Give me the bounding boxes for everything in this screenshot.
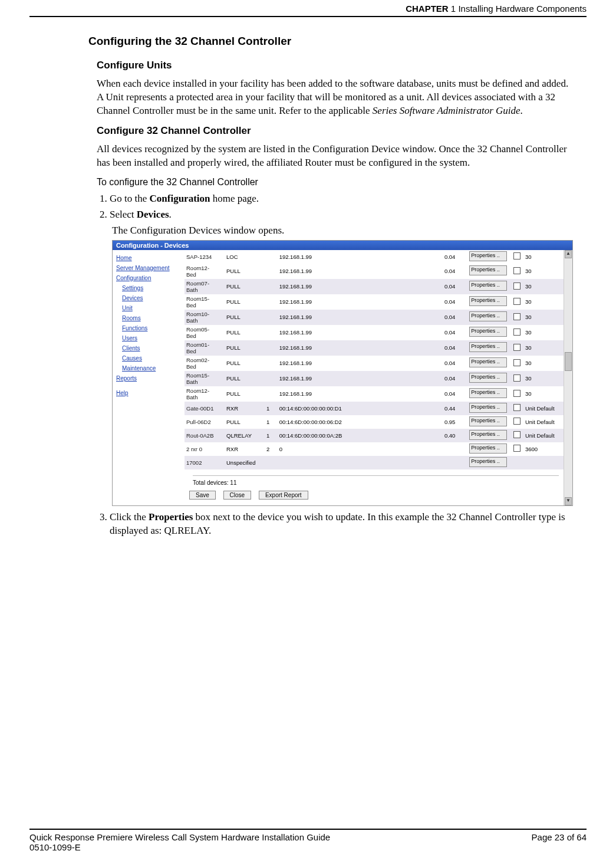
step-2: Select Devices. [110,208,569,222]
table-row: Room12-BathPULL192.168.1.990.04Propertie… [185,386,564,402]
properties-button[interactable]: Properties .. [469,327,507,337]
table-row: Room15-BedPULL192.168.1.990.04Properties… [185,294,564,310]
table-row: Room10-BathPULL192.168.1.990.04Propertie… [185,310,564,325]
row-checkbox[interactable] [513,390,521,397]
table-row: Pull-06D2PULL100:14:6D:00:00:00:06:D20.9… [185,415,564,429]
table-row: Room01-BedPULL192.168.1.990.04Properties… [185,340,564,356]
properties-button[interactable]: Properties .. [469,251,507,261]
properties-button[interactable]: Properties .. [469,357,507,367]
properties-button[interactable]: Properties .. [469,311,507,321]
table-row: 17002UnspecifiedProperties .. [185,456,564,469]
row-checkbox[interactable] [513,298,521,305]
table-row: Room12-BedPULL192.168.1.990.04Properties… [185,264,564,279]
table-row: 2 rxr 0RXR20Properties ..3600 [185,442,564,456]
running-header: CHAPTER 1 Installing Hardware Components [29,0,587,17]
export-button[interactable]: Export Report [259,491,308,500]
chapter-title: Installing Hardware Components [458,4,587,14]
properties-button[interactable]: Properties .. [469,457,507,467]
sidebar-item[interactable]: Causes [122,355,181,362]
window-title: Configuration - Devices [113,241,572,250]
table-row: Room05-BedPULL192.168.1.990.04Properties… [185,325,564,340]
row-checkbox[interactable] [513,344,521,351]
page-footer: Quick Response Premiere Wireless Call Sy… [29,829,587,852]
step-3: Click the Properties box next to the dev… [110,511,569,538]
row-checkbox[interactable] [513,445,521,452]
close-button[interactable]: Close [223,491,252,500]
properties-button[interactable]: Properties .. [469,403,507,413]
procedure-steps-cont: Click the Properties box next to the dev… [97,511,569,538]
procedure-lead: To configure the 32 Channel Controller [97,177,569,188]
properties-button[interactable]: Properties .. [469,416,507,426]
properties-button[interactable]: Properties .. [469,388,507,398]
sidebar-item[interactable]: Clients [122,345,181,351]
table-row: SAP-1234LOC192.168.1.990.04Properties ..… [185,250,564,264]
row-checkbox[interactable] [513,418,521,425]
row-checkbox[interactable] [513,359,521,366]
chapter-label: CHAPTER [406,4,449,14]
screenshot-configuration-devices: Configuration - Devices HomeServer Manag… [112,240,573,506]
sidebar-item[interactable]: Devices [122,295,181,301]
properties-button[interactable]: Properties .. [469,373,507,383]
vertical-scrollbar[interactable]: ▲ ▼ [564,250,572,505]
section-title: Configuring the 32 Channel Controller [88,35,569,48]
sidebar-item[interactable]: Settings [122,285,181,291]
sidebar-item[interactable]: Unit [122,305,181,311]
procedure-steps: Go to the Configuration home page. Selec… [97,192,569,222]
footer-page-number: Page 23 of 64 [532,832,587,852]
sidebar-item[interactable]: Rooms [122,315,181,321]
properties-button[interactable]: Properties .. [469,342,507,352]
sidebar-item[interactable]: Reports [116,375,181,382]
subsection-2-para: All devices recognized by the system are… [97,143,569,170]
row-checkbox[interactable] [513,404,521,411]
sidebar-item[interactable]: Configuration [116,275,181,281]
sidebar-item[interactable]: Home [116,255,181,261]
step-1: Go to the Configuration home page. [110,192,569,206]
properties-button[interactable]: Properties .. [469,430,507,440]
properties-button[interactable]: Properties .. [469,444,507,454]
subsection-1-para: When each device installed in your facil… [97,77,569,118]
total-devices-label: Total devices: 11 [193,475,559,486]
table-row: Rout-0A2BQLRELAY100:14:6D:00:00:00:0A:2B… [185,429,564,442]
table-row: Room15-BathPULL192.168.1.990.04Propertie… [185,371,564,386]
table-row: Room07-BathPULL192.168.1.990.04Propertie… [185,279,564,294]
footer-left: Quick Response Premiere Wireless Call Sy… [29,832,330,852]
properties-button[interactable]: Properties .. [469,281,507,291]
scroll-down-arrow[interactable]: ▼ [565,497,572,505]
nav-sidebar: HomeServer ManagementConfigurationSettin… [113,250,185,505]
subsection-1-title: Configure Units [97,60,569,71]
sidebar-item[interactable]: Users [122,335,181,341]
row-checkbox[interactable] [513,374,521,382]
properties-button[interactable]: Properties .. [469,296,507,306]
sidebar-item[interactable]: Functions [122,325,181,331]
row-checkbox[interactable] [513,282,521,290]
row-checkbox[interactable] [513,252,521,259]
properties-button[interactable]: Properties .. [469,265,507,275]
subsection-2-title: Configure 32 Channel Controller [97,125,569,137]
chapter-num: 1 [451,4,456,14]
scroll-thumb[interactable] [565,352,572,371]
table-row: Gate-00D1RXR100:14:6D:00:00:00:00:D10.44… [185,402,564,415]
row-checkbox[interactable] [513,328,521,336]
table-row: Room02-BedPULL192.168.1.990.04Properties… [185,356,564,371]
save-button[interactable]: Save [189,491,216,500]
scroll-up-arrow[interactable]: ▲ [565,250,572,258]
sidebar-item[interactable]: Help [116,390,181,396]
step-2-result: The Configuration Devices window opens. [112,225,569,236]
row-checkbox[interactable] [513,431,521,438]
row-checkbox[interactable] [513,267,521,274]
device-grid: SAP-1234LOC192.168.1.990.04Properties ..… [185,250,564,505]
row-checkbox[interactable] [513,313,521,320]
sidebar-item[interactable]: Maintenance [122,365,181,372]
sidebar-item[interactable]: Server Management [116,265,181,271]
